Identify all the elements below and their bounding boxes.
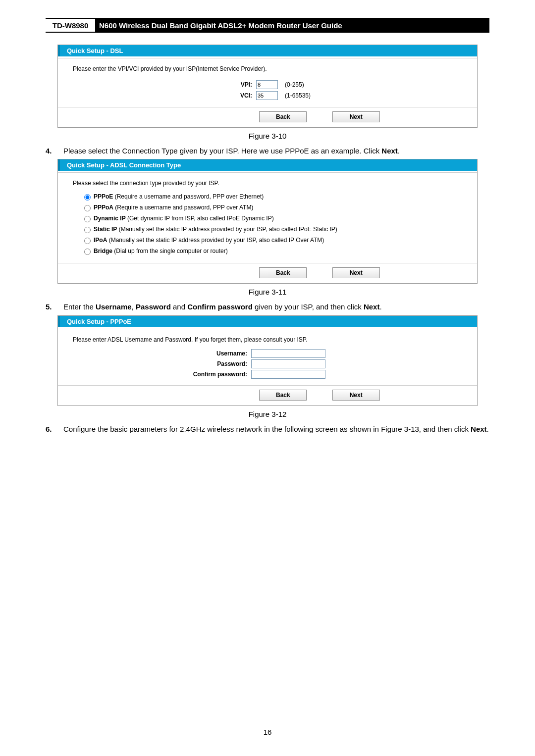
password-input[interactable] <box>251 359 325 368</box>
confirm-password-input[interactable] <box>251 370 325 379</box>
radio-pppoe[interactable]: PPPoE (Require a username and password, … <box>82 193 462 201</box>
step4-bold: Next <box>381 147 398 155</box>
back-button[interactable]: Back <box>259 111 307 122</box>
confirm-password-label: Confirm password: <box>73 371 251 378</box>
vci-input[interactable] <box>256 91 278 100</box>
adsl-intro-text: Please select the connection type provid… <box>73 180 462 187</box>
quick-setup-dsl-panel: Quick Setup - DSL Please enter the VPI/V… <box>57 45 478 128</box>
radio-static-ip[interactable]: Static IP (Manually set the static IP ad… <box>82 225 462 233</box>
next-button[interactable]: Next <box>332 267 380 278</box>
radio-bridge[interactable]: Bridge (Dial up from the single computer… <box>82 247 462 255</box>
panel-title: Quick Setup - PPPoE <box>58 316 477 327</box>
page-number: 16 <box>0 728 535 736</box>
figure-caption-3-12: Figure 3-12 <box>46 410 489 418</box>
password-label: Password: <box>73 360 251 367</box>
radio-input[interactable] <box>84 249 91 255</box>
username-input[interactable] <box>251 349 325 358</box>
next-button[interactable]: Next <box>332 111 380 122</box>
panel-title: Quick Setup - ADSL Connection Type <box>58 159 477 171</box>
step-number: 5. <box>46 302 63 312</box>
radio-input[interactable] <box>84 216 91 222</box>
doc-header: TD-W8980 N600 Wireless Dual Band Gigabit… <box>46 18 489 33</box>
step-number: 6. <box>46 424 63 434</box>
doc-title: N600 Wireless Dual Band Gigabit ADSL2+ M… <box>96 19 489 32</box>
figure-caption-3-11: Figure 3-11 <box>46 288 489 296</box>
model-number: TD-W8980 <box>46 19 96 32</box>
quick-setup-pppoe-panel: Quick Setup - PPPoE Please enter ADSL Us… <box>57 315 478 406</box>
pppoe-intro-text: Please enter ADSL Username and Password.… <box>73 336 462 343</box>
back-button[interactable]: Back <box>259 390 307 401</box>
radio-input[interactable] <box>84 205 91 211</box>
radio-input[interactable] <box>84 227 91 233</box>
vci-label: VCI: <box>73 92 256 99</box>
step-6: 6. Configure the basic parameters for 2.… <box>46 424 489 434</box>
dsl-intro-text: Please enter the VPI/VCI provided by you… <box>73 65 462 72</box>
quick-setup-adsl-panel: Quick Setup - ADSL Connection Type Pleas… <box>57 159 478 284</box>
vpi-input[interactable] <box>256 80 278 89</box>
figure-caption-3-10: Figure 3-10 <box>46 132 489 140</box>
vpi-label: VPI: <box>73 81 256 88</box>
radio-input[interactable] <box>84 194 91 201</box>
back-button[interactable]: Back <box>259 267 307 278</box>
radio-dynamic-ip[interactable]: Dynamic IP (Get dynamic IP from ISP, als… <box>82 214 462 222</box>
radio-input[interactable] <box>84 238 91 244</box>
next-button[interactable]: Next <box>332 390 380 401</box>
vpi-range: (0-255) <box>285 81 304 88</box>
panel-title: Quick Setup - DSL <box>58 45 477 56</box>
step-number: 4. <box>46 146 63 156</box>
vci-range: (1-65535) <box>285 92 311 99</box>
radio-ipoa[interactable]: IPoA (Manually set the static IP address… <box>82 236 462 244</box>
step-5: 5. Enter the Username, Password and Conf… <box>46 302 489 312</box>
step-4: 4. Please select the Connection Type giv… <box>46 146 489 156</box>
step4-text: Please select the Connection Type given … <box>63 147 381 155</box>
username-label: Username: <box>73 350 251 357</box>
radio-pppoa[interactable]: PPPoA (Require a username and password, … <box>82 203 462 211</box>
